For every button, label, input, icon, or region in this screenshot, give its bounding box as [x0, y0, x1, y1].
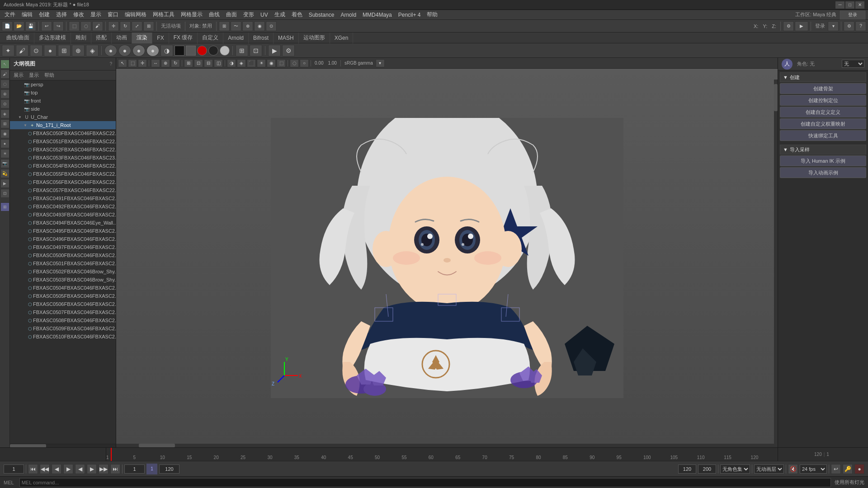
vp-gamma-dropdown[interactable]: ▾ [376, 59, 385, 67]
sphere-icon[interactable]: ● [104, 45, 117, 56]
render-settings-icon[interactable]: ⚙ [282, 45, 295, 56]
tab-fx[interactable]: FX [152, 33, 169, 43]
mute-btn[interactable]: 🔇 [788, 464, 798, 474]
tab-rigging[interactable]: 搭配 [91, 33, 112, 43]
list-item[interactable]: ⬡ FBXASC0503FBXASC046Brow_Shy... [10, 276, 116, 284]
anim-end-input[interactable] [159, 465, 179, 474]
color-swatch-light[interactable] [220, 46, 230, 56]
list-item[interactable]: ⬡ FBXASC056FBXASC046FBXASC22... [10, 178, 116, 186]
menu-surfaces[interactable]: 曲面 [223, 10, 240, 19]
vp-select-btn[interactable]: ↖ [118, 59, 127, 67]
outliner-help-tab[interactable]: 帮助 [42, 72, 56, 79]
loop-btn[interactable]: ↩ [831, 464, 841, 474]
tab-animation[interactable]: 动画 [112, 33, 132, 43]
list-item[interactable]: ⬡ FBXASC0510FBXASC046FBXASC2... [10, 333, 116, 341]
range-end-input[interactable] [678, 465, 696, 474]
grid-icon[interactable]: ⊞ [0, 202, 9, 211]
boolean-icon[interactable]: ◈ [86, 45, 99, 56]
outliner-item-front[interactable]: 📷 front [10, 97, 116, 105]
prev-key-btn[interactable]: ◀◀ [40, 464, 50, 474]
paint-select-button[interactable]: 🖌 [92, 21, 103, 31]
vp-layout4-btn[interactable]: ◫ [214, 59, 223, 67]
login-dropdown[interactable]: ▾ [828, 21, 839, 31]
move-button[interactable]: ✛ [108, 21, 119, 31]
rigging-icon[interactable]: ⊕ [0, 89, 9, 99]
color-swatch-red[interactable] [197, 46, 207, 56]
menu-help[interactable]: 帮助 [424, 10, 440, 19]
vp-select2-btn[interactable]: ⬚ [128, 59, 137, 67]
list-item[interactable]: ⬡ FBXASC0492FBXASC046FBXASC2... [10, 202, 116, 211]
fx-icon[interactable]: 💫 [0, 169, 9, 178]
open-button[interactable]: 📂 [14, 21, 24, 31]
list-item[interactable]: ⬡ FBXASC0505FBXASC046FBXASC2... [10, 292, 116, 300]
undo-button[interactable]: ↩ [41, 21, 52, 31]
prev-frame-start-btn[interactable]: ⏮ [28, 464, 38, 474]
snap-curve-button[interactable]: 〜 [231, 21, 241, 31]
menu-substance[interactable]: Substance [306, 11, 337, 19]
menu-mesh-display[interactable]: 网格显示 [178, 10, 205, 19]
vp-light-btn[interactable]: ☀ [257, 59, 266, 67]
transform-button[interactable]: ⊞ [143, 21, 154, 31]
menu-generate[interactable]: 生成 [272, 10, 288, 19]
play-btn[interactable]: ▶ [63, 464, 73, 474]
tab-motion-graphics[interactable]: 运动图形 [299, 33, 330, 43]
import-section-header[interactable]: ▼ 导入采样 [780, 145, 866, 155]
lasso-tool-icon[interactable]: ⊙ [30, 45, 42, 56]
snap-surface-button[interactable]: ◉ [254, 21, 265, 31]
color-swatch-dark[interactable] [208, 46, 218, 56]
list-item[interactable]: ⬡ FBXASC0501FBXASC046FBXASC2... [10, 259, 116, 267]
list-item[interactable]: ⬡ FBXASC0507FBXASC046FBXASC2... [10, 308, 116, 316]
create-control-btn[interactable]: 创建控制定位 [780, 95, 866, 106]
list-item[interactable]: ⬡ FBXASC0509FBXASC046FBXASC2... [10, 324, 116, 333]
menu-select[interactable]: 选择 [53, 10, 70, 19]
viewport-vscrollbar[interactable] [774, 80, 778, 447]
sculpt-mode-icon[interactable]: ◌ [0, 80, 9, 89]
lasso-button[interactable]: ◌ [80, 21, 91, 31]
auto-key-btn[interactable]: ● [854, 464, 864, 474]
list-item[interactable]: ⬡ FBXASC0508FBXASC046FBXASC2... [10, 316, 116, 324]
menu-create[interactable]: 创建 [36, 10, 52, 19]
vp-layout3-btn[interactable]: ⊟ [204, 59, 213, 67]
sphere3-icon[interactable]: ● [132, 45, 145, 56]
list-item[interactable]: ⬡ FBXASC055FBXASC046FBXASC22... [10, 170, 116, 178]
rotate-button[interactable]: ↻ [120, 21, 131, 31]
new-scene-button[interactable]: 📄 [2, 21, 13, 31]
tab-bifrost[interactable]: Bifrost [249, 33, 274, 43]
outliner-item-top[interactable]: 📷 top [10, 89, 116, 97]
anim-bar[interactable]: 1 [146, 464, 157, 474]
list-item[interactable]: ⬡ FBXASC0506FBXASC046FBXASC2... [10, 300, 116, 308]
prev-frame-btn[interactable]: ◀ [52, 464, 61, 474]
outliner-item-side[interactable]: 📷 side [10, 105, 116, 113]
next-frame-btn[interactable]: ▶ [87, 464, 97, 474]
menu-arnold[interactable]: Arnold [338, 11, 359, 19]
tab-rendering[interactable]: 渲染 [132, 33, 152, 43]
sphere2-icon[interactable]: ● [118, 45, 131, 56]
camera-icon[interactable]: 📷 [0, 159, 9, 168]
list-item[interactable]: ⬡ FBXASC0504FBXASC046FBXASC2... [10, 284, 116, 292]
quick-rig-btn[interactable]: 快速绑定工具 [780, 130, 866, 141]
tab-mash[interactable]: MASH [274, 33, 299, 43]
timeline-numbers[interactable]: 1 5 10 15 20 25 30 35 40 45 50 55 60 65 … [106, 448, 778, 461]
login-button[interactable]: 登录 [839, 10, 866, 20]
tab-xgen[interactable]: XGen [330, 33, 354, 43]
list-item[interactable]: ⬡ FBXASC0496FBXASC046FBXASC2... [10, 235, 116, 243]
vp-pan-btn[interactable]: ↔ [151, 59, 160, 67]
vp-dof-btn[interactable]: ○ [300, 59, 309, 67]
list-item[interactable]: ⬡ FBXASC0491FBXASC046FBXASC2... [10, 194, 116, 202]
maximize-button[interactable]: □ [845, 1, 854, 9]
viewport-hscrollbar[interactable] [116, 444, 774, 447]
list-item[interactable]: ⬡ FBXASC0502FBXASC046Brow_Shy... [10, 267, 116, 276]
mesh-tool-icon[interactable]: ⊞ [58, 45, 71, 56]
tab-sculpt[interactable]: 雕刻 [71, 33, 91, 43]
list-item[interactable]: ⬡ FBXASC0493FBXASC046FBXASC2... [10, 211, 116, 219]
import-humanik-btn[interactable]: 导入 Human IK 示例 [780, 155, 866, 166]
tab-curves-surfaces[interactable]: 曲线/曲面 [2, 33, 34, 43]
anim-start-input[interactable] [124, 465, 145, 474]
menu-curves[interactable]: 曲线 [206, 10, 222, 19]
menu-edit-mesh[interactable]: 编辑网格 [122, 10, 149, 19]
select-button[interactable]: ⬚ [69, 21, 80, 31]
settings-icon-button[interactable]: ⚙ [844, 21, 854, 31]
save-button[interactable]: 💾 [25, 21, 36, 31]
shader-icon[interactable]: ◑ [160, 45, 173, 56]
next-frame-end-btn[interactable]: ⏭ [110, 464, 120, 474]
